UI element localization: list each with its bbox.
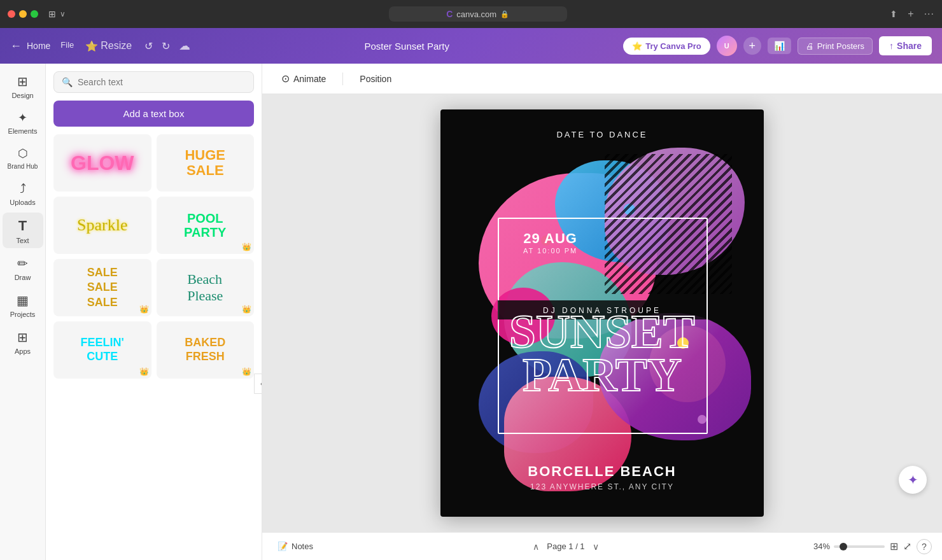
poster-canvas[interactable]: DATE TO DANCE 29 AUG AT 10:00 PM DJ DONN… (440, 109, 764, 517)
baked-fresh-sample[interactable]: BAKEDFRESH 👑 (157, 321, 255, 379)
notes-button[interactable]: 📝 Notes (272, 539, 318, 554)
text-icon: T (18, 218, 27, 234)
url-display[interactable]: C canva.com 🔒 (389, 6, 567, 22)
sidebar-item-projects[interactable]: ▦ Projects (3, 288, 43, 322)
minimize-button[interactable] (19, 10, 27, 18)
projects-icon: ▦ (17, 293, 29, 308)
design-icon: ⊞ (17, 74, 28, 89)
prev-page-button[interactable]: ∧ (533, 542, 539, 552)
maximize-button[interactable] (31, 10, 38, 18)
date-box[interactable]: 29 AUG AT 10:00 PM (523, 230, 577, 255)
glow-sample[interactable]: GLOW (53, 134, 151, 192)
home-link[interactable]: Home (27, 41, 50, 51)
position-button[interactable]: Position (351, 70, 400, 88)
draw-icon: ✏ (17, 256, 28, 271)
close-button[interactable] (8, 10, 15, 18)
sidebar-label-brand-hub: Brand Hub (8, 163, 38, 170)
lock-icon: 🔒 (500, 10, 509, 18)
panel-search-area: 🔍 (46, 64, 262, 98)
sidebar-label-elements: Elements (8, 127, 38, 135)
grid-view-button[interactable]: ⊞ (890, 540, 898, 552)
notes-icon: 📝 (278, 542, 288, 551)
text-row-1: GLOW HUGESALE (53, 134, 254, 192)
animate-button[interactable]: ⊙ Animate (272, 69, 335, 88)
bottom-right: 34% ⊞ ⤢ ? (813, 539, 932, 554)
add-tab-icon[interactable]: + (908, 8, 913, 20)
header-right: ⭐ Try Canva Pro U + 📊 🖨 Print Posters ↑ … (623, 36, 932, 56)
undo-button[interactable]: ↺ (141, 38, 157, 55)
collapse-panel-button[interactable]: ‹ (254, 374, 262, 394)
pool-party-sample[interactable]: POOLPARTY 👑 (157, 197, 255, 254)
back-button[interactable]: ← (10, 39, 22, 53)
project-title[interactable]: Poster Sunset Party (365, 41, 449, 52)
sale-sample[interactable]: SALESALESALE 👑 (53, 259, 151, 316)
huge-sale-text: HUGESALE (185, 148, 225, 178)
save-cloud-button[interactable]: ☁ (179, 39, 190, 53)
add-collaborator-button[interactable]: + (743, 37, 761, 55)
date-to-dance-text[interactable]: DATE TO DANCE (440, 130, 764, 139)
bottom-info[interactable]: BORCELLE BEACH 123 ANYWHERE ST., ANY CIT… (440, 463, 764, 491)
star-pro-icon: ⭐ (632, 41, 642, 51)
sidebar-toggle[interactable]: ⊞ (48, 9, 56, 19)
search-input[interactable] (78, 77, 246, 87)
text-panel: 🔍 Add a text box GLOW HUGESALE Sparkle (46, 64, 262, 560)
canva-icon: C (446, 9, 453, 19)
sidebar-item-brand-hub[interactable]: ⬡ Brand Hub (3, 141, 43, 174)
main-title-container[interactable]: SUNSETPARTY (472, 310, 732, 396)
zoom-control: 34% (813, 542, 885, 551)
header-left: ← Home File ⭐ Resize ↺ ↻ ☁ (10, 38, 190, 55)
crown-badge-beach: 👑 (242, 305, 251, 314)
magic-ai-button[interactable]: ✦ (899, 466, 927, 494)
add-textbox-button[interactable]: Add a text box (53, 101, 254, 127)
more-icon[interactable]: ··· (924, 8, 934, 20)
baked-text: BAKEDFRESH (185, 336, 225, 363)
crown-badge-pool: 👑 (242, 242, 251, 251)
search-box[interactable]: 🔍 (53, 71, 254, 93)
elements-icon: ✦ (18, 111, 27, 125)
stats-button[interactable]: 📊 (768, 38, 791, 54)
beach-please-sample[interactable]: BeachPlease 👑 (157, 259, 255, 316)
sidebar-item-text[interactable]: T Text (3, 213, 43, 248)
sidebar-label-design: Design (11, 92, 33, 99)
sidebar-label-apps: Apps (15, 347, 31, 355)
date-main: 29 AUG (523, 230, 577, 247)
text-row-3: SALESALESALE 👑 BeachPlease 👑 (53, 259, 254, 316)
print-button[interactable]: 🖨 Print Posters (798, 38, 873, 55)
fullscreen-button[interactable]: ⤢ (903, 540, 911, 552)
pool-party-text: POOLPARTY (184, 211, 226, 239)
next-page-button[interactable]: ∨ (593, 542, 599, 552)
sidebar-label-projects: Projects (10, 311, 36, 318)
text-row-4: FEELIN'CUTE 👑 BAKEDFRESH 👑 (53, 321, 254, 379)
sidebar-item-uploads[interactable]: ⤴ Uploads (3, 176, 43, 210)
share-icon[interactable]: ⬆ (890, 9, 897, 19)
search-icon: 🔍 (62, 77, 73, 87)
feelin-cute-sample[interactable]: FEELIN'CUTE 👑 (53, 321, 151, 379)
redo-button[interactable]: ↻ (158, 38, 174, 55)
zoom-level: 34% (813, 542, 830, 551)
help-button[interactable]: ? (917, 539, 932, 554)
sidebar-item-elements[interactable]: ✦ Elements (3, 106, 43, 139)
app-header: ← Home File ⭐ Resize ↺ ↻ ☁ Poster Sunset… (0, 28, 942, 64)
canvas-scroll[interactable]: DATE TO DANCE 29 AUG AT 10:00 PM DJ DONN… (262, 94, 942, 532)
uploads-icon: ⤴ (20, 181, 26, 196)
avatar[interactable]: U (717, 36, 737, 56)
share-button[interactable]: ↑ Share (879, 36, 932, 55)
sparkle-text: Sparkle (77, 216, 127, 235)
zoom-slider[interactable] (834, 545, 885, 548)
sidebar-item-design[interactable]: ⊞ Design (3, 69, 43, 103)
venue-name: BORCELLE BEACH (440, 463, 764, 480)
bottom-center: ∧ Page 1 / 1 ∨ (533, 542, 598, 552)
sidebar-item-draw[interactable]: ✏ Draw (3, 251, 43, 285)
sidebar-item-apps[interactable]: ⊞ Apps (3, 325, 43, 359)
toolbar-divider (342, 73, 343, 85)
huge-sale-sample[interactable]: HUGESALE (157, 134, 255, 192)
file-menu[interactable]: File (55, 38, 79, 55)
window-chevron[interactable]: ∨ (60, 9, 66, 19)
resize-button[interactable]: ⭐ Resize (81, 38, 136, 55)
url-text: canva.com (456, 10, 496, 19)
sparkle-sample[interactable]: Sparkle (53, 197, 151, 254)
glow-text: GLOW (71, 151, 134, 175)
sunset-text: SUNSETPARTY (472, 310, 732, 396)
try-pro-button[interactable]: ⭐ Try Canva Pro (623, 38, 710, 55)
beach-text: BeachPlease (187, 271, 223, 304)
